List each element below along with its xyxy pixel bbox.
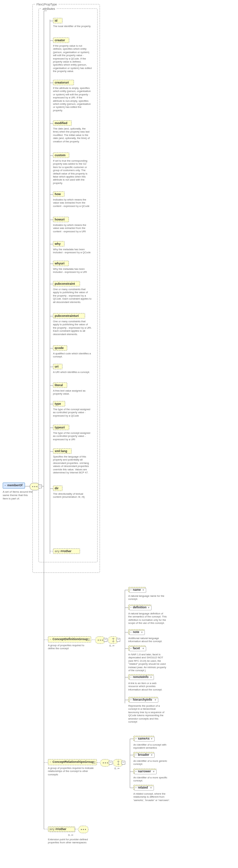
crg-sameas-desc: An identifier of a concept with equivale… [133,743,172,750]
attr-id[interactable]: id [53,18,62,23]
minus-icon: − [4,484,6,487]
attr-why-desc: Why the metadata has been included - exp… [53,248,92,254]
cdg-definition-desc: A natural language definition of the sem… [128,612,167,625]
ext-any-conn [78,826,88,833]
attr-uri-desc: A URI which identifies a concept. [53,371,92,374]
crg-broader-desc: An identifier of a more generic concept. [133,759,172,766]
attributes-frame-label: attributes [42,7,56,10]
attr-qcode-desc: A qualified code which identifies a conc… [53,352,92,358]
attr-literal-desc: A free-text value assigned as property v… [53,389,92,396]
crg-narrower[interactable]: −narrower+ [133,769,156,774]
stack-icon [87,638,90,641]
cdg-note-desc: Additional natural language information … [128,637,167,643]
attr-id-desc: The local identifier of the property. [53,25,92,28]
attr-creatoruri[interactable]: creatoruri [53,80,74,85]
ext-any-desc: Extension point for provider-defined pro… [48,838,92,844]
memberof-label: memberOf [7,484,22,487]
attr-typeuri-desc: The type of the concept assigned as cont… [53,431,92,441]
crg-related[interactable]: −related+ [133,785,154,790]
crg-choice-occ: 0..∞ [114,767,120,770]
ext-any[interactable]: any ##other [48,826,75,832]
attr-typeuri[interactable]: typeuri [53,425,69,430]
cdg-remoteinfo[interactable]: −remoteInfo+ [128,674,154,680]
attr-pubconstrainturi-desc: One or many constraints that apply to pu… [53,320,92,336]
attr-howuri-desc: Indicates by which means the value was e… [53,224,92,233]
stack-icon [93,760,96,764]
attr-how[interactable]: how [53,191,64,197]
attr-whyuri[interactable]: whyuri [53,261,69,266]
attr-whyuri-desc: Why the metadata has been included - exp… [53,267,92,274]
cdg-seq-toggle[interactable]: − [104,638,107,642]
attr-why[interactable]: why [53,241,64,247]
attr-any[interactable]: any ##other [53,548,80,554]
crg-sameas[interactable]: −sameAs+ [133,736,154,741]
memberof-desc: A set of Items around the same theme tha… [3,490,33,500]
cdg-desc: A group of properties required to define… [48,644,91,650]
attr-pubconstrainturi[interactable]: pubconstrainturi [53,313,85,319]
attr-xmllang[interactable]: xml:lang [53,448,72,454]
attr-how-desc: Indicates by which means the value was e… [53,198,92,208]
attr-creator[interactable]: creator [53,38,69,43]
attr-dir[interactable]: dir [53,486,62,491]
minus-icon: − [50,760,51,764]
attr-pubconstraint-desc: One or many constraints that apply to pu… [53,288,92,304]
attr-custom-desc: If set to true the corresponding propert… [53,159,92,185]
type-frame-label: Flex1PropType [35,3,58,6]
cdg-hierarchyinfo[interactable]: −hierarchyInfo+ [128,697,158,702]
attr-pubconstraint[interactable]: pubconstraint [53,281,80,286]
attr-literal[interactable]: literal [53,382,67,388]
ext-any-occ: 0..∞ [68,834,73,837]
cdg-name-desc: A natural language name for the concept. [128,594,167,601]
cdg-hierarchyinfo-desc: Represents the position of a concept in … [128,704,167,723]
memberof-node[interactable]: − memberOf [3,483,25,489]
attr-type[interactable]: type [53,401,65,406]
crg-broader[interactable]: −broader+ [133,752,154,757]
cdg-definition[interactable]: −definition+ [128,605,151,610]
attr-dir-desc: The directionality of textual content (e… [53,492,92,499]
crg-label[interactable]: − ConceptRelationshipsGroup [48,759,97,765]
attr-xmllang-desc: Specifies the language of this property … [53,455,92,474]
attr-qcode[interactable]: qcode [53,345,67,351]
main-seq-toggle[interactable]: − [38,485,42,488]
crg-choice-toggle[interactable]: − [122,761,125,765]
attr-creator-desc: If the property value is not defined, sp… [53,44,92,73]
attr-modified-desc: The date (and, optionally, the time) whe… [53,127,92,143]
cdg-label[interactable]: − ConceptDefinitionGroup [48,636,91,642]
cdg-choice-occ: 0..∞ [109,644,114,647]
attr-creatoruri-desc: If the attribute is empty, specifies whi… [53,87,92,112]
crg-seq-toggle[interactable]: − [109,761,112,765]
crg-narrower-desc: An identifier of a more specific concept… [133,776,172,782]
minus-icon: − [50,638,51,641]
attr-uri[interactable]: uri [53,364,62,369]
crg-desc: A group of properties required to indica… [48,767,97,776]
cdg-remoteinfo-desc: A link to an item or a web resource whic… [128,682,167,691]
attr-howuri[interactable]: howuri [53,217,69,222]
cdg-note[interactable]: −note+ [128,629,144,635]
cdg-choice-toggle[interactable]: − [116,638,120,642]
cdg-facet-desc: In NAR 1.8 and later, facet is deprecate… [128,653,167,672]
attr-type-desc: The type of the concept assigned as cont… [53,408,92,417]
crg-related-desc: A related concept, where the relationshi… [133,792,172,802]
attr-modified[interactable]: modified [53,120,72,126]
cdg-facet[interactable]: −facet+ [128,646,146,651]
cdg-name[interactable]: −name+ [128,587,146,592]
attr-custom[interactable]: custom [53,153,69,158]
